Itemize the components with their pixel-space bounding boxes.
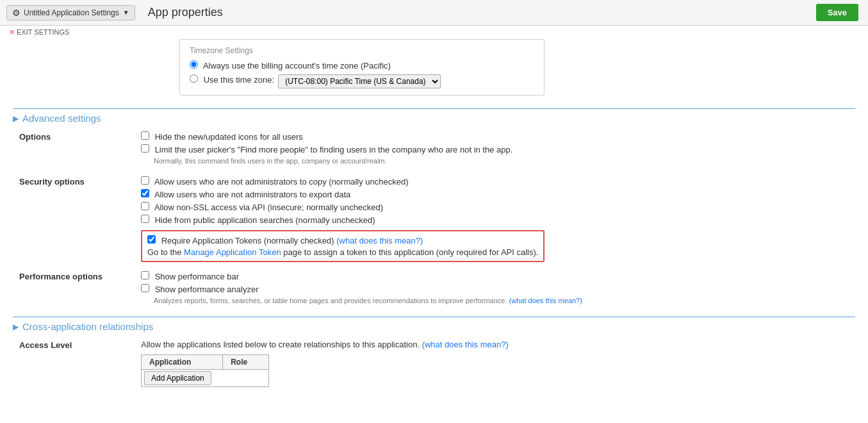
- performance-checkbox-1[interactable]: [141, 284, 149, 292]
- require-token-box: Require Application Tokens (normally che…: [141, 230, 545, 262]
- require-token-what-link[interactable]: (what does this mean?): [336, 236, 423, 245]
- performance-options-content: Show performance bar Show performance an…: [141, 271, 855, 307]
- performance-sub-text: Analyzes reports, forms, searches, or ta…: [154, 297, 855, 304]
- security-options-row: Security options Allow users who are not…: [13, 176, 855, 262]
- col-role: Role: [223, 355, 269, 370]
- security-option-2[interactable]: Allow non-SSL access via API (insecure; …: [141, 202, 855, 212]
- security-checkbox-1[interactable]: [141, 189, 149, 197]
- timezone-option2-label: Use this time zone:: [190, 74, 274, 85]
- options-content: Hide the new/updated icons for all users…: [141, 131, 855, 167]
- timezone-radio-custom[interactable]: [190, 74, 198, 83]
- cross-app-section-title: Cross-application relationships: [22, 321, 153, 332]
- exit-settings-link[interactable]: ✕EXIT SETTINGS: [9, 28, 69, 36]
- access-level-what-link[interactable]: (what does this mean?): [422, 340, 509, 349]
- advanced-settings-title: Advanced settings: [22, 113, 101, 124]
- options-row: Options Hide the new/updated icons for a…: [13, 131, 855, 167]
- access-level-desc: Allow the applications listed below to c…: [141, 340, 855, 349]
- header: ⚙ Untitled Application Settings ▼ App pr…: [0, 0, 868, 26]
- security-checkbox-3[interactable]: [141, 215, 149, 223]
- table-row-add: Add Application: [142, 370, 269, 387]
- performance-options-row: Performance options Show performance bar…: [13, 271, 855, 307]
- chevron-down-icon: ▼: [123, 9, 129, 16]
- timezone-radio-billing[interactable]: [190, 60, 198, 69]
- security-options-label: Security options: [13, 176, 141, 262]
- performance-checkbox-0[interactable]: [141, 271, 149, 279]
- access-level-label: Access Level: [13, 340, 141, 387]
- security-option-3[interactable]: Hide from public application searches (n…: [141, 215, 855, 225]
- performance-options-label: Performance options: [13, 271, 141, 307]
- security-checkbox-0[interactable]: [141, 176, 149, 185]
- timezone-select-row: Use this time zone: (UTC-08:00) Pacific …: [190, 74, 534, 88]
- exit-settings-bar: ✕EXIT SETTINGS: [0, 26, 868, 39]
- timezone-select[interactable]: (UTC-08:00) Pacific Time (US & Canada): [278, 74, 441, 88]
- performance-what-link[interactable]: (what does this mean?): [509, 297, 582, 304]
- cross-app-collapse-icon[interactable]: ▶: [13, 322, 19, 331]
- manage-token-text: Go to the Manage Application Token page …: [147, 247, 538, 257]
- option-hide-icons[interactable]: Hide the new/updated icons for all users: [141, 131, 855, 142]
- access-level-content: Allow the applications listed below to c…: [141, 340, 855, 387]
- timezone-option1[interactable]: Always use the billing account's time zo…: [190, 60, 534, 70]
- security-options-content: Allow users who are not administrators t…: [141, 176, 855, 262]
- option-limit-user-picker-checkbox[interactable]: [141, 144, 149, 153]
- app-settings-button[interactable]: ⚙ Untitled Application Settings ▼: [6, 5, 135, 21]
- page-title: App properties: [148, 6, 223, 19]
- cross-app-section-header: ▶ Cross-application relationships: [13, 317, 855, 332]
- save-button[interactable]: Save: [816, 4, 858, 21]
- app-table: Application Role Add Application: [141, 354, 269, 387]
- option-limit-user-picker[interactable]: Limit the user picker's "Find more peopl…: [141, 144, 855, 154]
- security-checkbox-2[interactable]: [141, 202, 149, 210]
- add-application-button[interactable]: Add Application: [144, 371, 211, 385]
- timezone-box: Timezone Settings Always use the billing…: [179, 39, 545, 95]
- require-token-label[interactable]: Require Application Tokens (normally che…: [147, 235, 538, 245]
- table-header-row: Application Role: [142, 355, 269, 370]
- security-option-0[interactable]: Allow users who are not administrators t…: [141, 176, 855, 187]
- collapse-icon[interactable]: ▶: [13, 114, 19, 123]
- main-content: Timezone Settings Always use the billing…: [0, 39, 868, 409]
- col-application: Application: [142, 355, 223, 370]
- require-token-checkbox[interactable]: [147, 235, 156, 244]
- access-level-row: Access Level Allow the applications list…: [13, 340, 855, 387]
- close-icon: ✕: [9, 28, 15, 36]
- app-settings-label: Untitled Application Settings: [24, 8, 119, 17]
- security-option-1[interactable]: Allow users who are not administrators t…: [141, 189, 855, 199]
- add-application-cell: Add Application: [142, 370, 269, 387]
- advanced-settings-section-header: ▶ Advanced settings: [13, 108, 855, 124]
- options-label: Options: [13, 131, 141, 167]
- manage-application-token-link[interactable]: Manage Application Token: [184, 247, 281, 257]
- option-hide-icons-checkbox[interactable]: [141, 131, 149, 140]
- performance-option-0[interactable]: Show performance bar: [141, 271, 855, 281]
- performance-option-1[interactable]: Show performance analyzer: [141, 284, 855, 294]
- timezone-header: Timezone Settings: [190, 46, 534, 55]
- options-sub-text: Normally, this command finds users in th…: [154, 157, 855, 165]
- gear-icon: ⚙: [12, 8, 20, 18]
